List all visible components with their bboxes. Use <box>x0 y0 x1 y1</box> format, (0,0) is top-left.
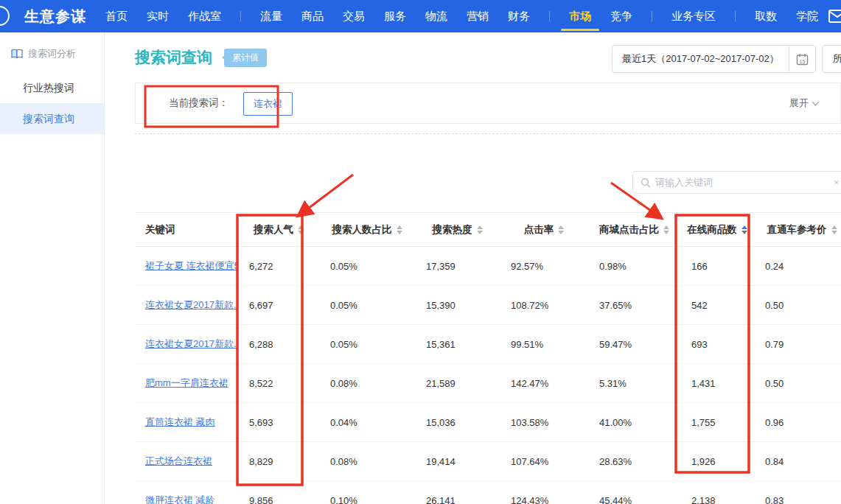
sort-icon[interactable] <box>663 225 669 234</box>
col-header-click-rate[interactable]: 点击率 <box>500 213 588 247</box>
keyword-link[interactable]: 连衣裙女夏2017新款... <box>145 299 238 310</box>
sidebar: 搜索词分析 行业热搜词 搜索词查询 <box>0 32 105 504</box>
table-row: 直筒连衣裙 藏肉5,6930.04%15,036103.58%41.00%1,7… <box>135 403 841 442</box>
nav-item-realtime[interactable]: 实时 <box>147 0 169 32</box>
data-cell: 0.24 <box>754 247 841 286</box>
sidebar-item-industry-hot-words[interactable]: 行业热搜词 <box>0 72 104 103</box>
sidebar-item-search-word-query[interactable]: 搜索词查询 <box>0 103 104 134</box>
chevron-down-icon <box>812 101 820 106</box>
data-cell: 542 <box>680 286 754 325</box>
keyword-link[interactable]: 直筒连衣裙 藏肉 <box>145 416 215 427</box>
data-cell: 124.43% <box>500 481 588 504</box>
keyword-link[interactable]: 正式场合连衣裙 <box>145 455 212 466</box>
data-cell: 0.96 <box>754 403 841 442</box>
current-search-panel: 当前搜索词： 连衣裙 展开 <box>135 83 841 124</box>
cumulative-value-badge: 累计值 <box>224 49 267 67</box>
calendar-button[interactable]: 15 <box>789 45 816 73</box>
nav-item-market[interactable]: 市场 <box>569 0 591 32</box>
table-body: 裙子女夏 连衣裙便宜5...6,2720.05%17,35992.57%0.98… <box>135 247 841 504</box>
col-header-mall-click-ratio[interactable]: 商城点击占比 <box>588 213 680 247</box>
data-cell: 1,926 <box>680 442 754 481</box>
table-row: 肥mm一字肩连衣裙8,5220.08%21,589142.47%5.31%1,4… <box>135 364 841 403</box>
search-icon <box>641 178 651 188</box>
nav-item-home[interactable]: 首页 <box>105 0 128 32</box>
col-header-ztc-ref-price[interactable]: 直通车参考价 <box>754 213 841 247</box>
nav-item-goods[interactable]: 商品 <box>301 0 324 32</box>
sidebar-section-label: 搜索词分析 <box>28 47 76 60</box>
data-cell: 0.05% <box>319 286 415 325</box>
data-cell: 92.57% <box>500 247 588 286</box>
book-icon <box>11 49 23 59</box>
keyword-link[interactable]: 裙子女夏 连衣裙便宜5... <box>145 260 238 271</box>
nav-item-logistics[interactable]: 物流 <box>425 0 447 32</box>
sidebar-section-header: 搜索词分析 <box>0 32 104 72</box>
data-cell: 1,755 <box>680 403 754 442</box>
data-cell: 1,431 <box>680 364 754 403</box>
data-cell: 0.50 <box>754 364 841 403</box>
keyword-link[interactable]: 肥mm一字肩连衣裙 <box>145 377 228 388</box>
col-header-online-products[interactable]: 在线商品数 <box>680 213 754 247</box>
data-cell: 0.08% <box>319 364 415 403</box>
data-cell: 0.10% <box>319 481 415 504</box>
data-cell: 15,361 <box>415 325 500 364</box>
data-cell: 8,522 <box>238 364 319 403</box>
keyword-cell: 连衣裙女夏2017新款... <box>135 325 238 364</box>
sort-icon[interactable] <box>477 225 483 234</box>
data-cell: 0.84 <box>754 442 841 481</box>
clear-search-icon[interactable]: × <box>834 177 840 188</box>
data-cell: 5.31% <box>588 364 680 403</box>
keyword-link[interactable]: 连衣裙女夏2017新款... <box>145 338 238 349</box>
table-row: 微胖连衣裙 减龄9,8560.10%26,141124.43%45.44%2,1… <box>135 481 841 504</box>
mail-icon[interactable] <box>828 10 841 23</box>
data-cell: 6,288 <box>238 325 319 364</box>
brand-title: 生意参谋 <box>24 0 86 32</box>
data-cell: 107.64% <box>500 442 588 481</box>
page-title: 搜索词查询 <box>135 47 212 68</box>
nav-item-traffic[interactable]: 流量 <box>260 0 282 32</box>
nav-divider <box>240 11 241 21</box>
col-header-searcher-ratio[interactable]: 搜索人数占比 <box>319 213 415 247</box>
sort-icon[interactable] <box>558 225 564 234</box>
data-cell: 0.79 <box>754 325 841 364</box>
data-cell: 0.98% <box>588 247 680 286</box>
data-cell: 0.50 <box>754 286 841 325</box>
sort-icon[interactable] <box>397 225 402 234</box>
table-row: 裙子女夏 连衣裙便宜5...6,2720.05%17,35992.57%0.98… <box>135 247 841 286</box>
terminal-selector[interactable]: 所有终端 <box>822 45 841 73</box>
keyword-link[interactable]: 微胖连衣裙 减龄 <box>145 494 215 504</box>
data-cell: 15,390 <box>415 286 500 325</box>
sort-icon[interactable] <box>298 225 304 234</box>
data-cell: 108.72% <box>500 286 588 325</box>
nav-item-biz-zone[interactable]: 业务专区 <box>671 0 716 32</box>
data-cell: 21,589 <box>415 364 500 403</box>
nav-item-service[interactable]: 服务 <box>384 0 406 32</box>
nav-item-marketing[interactable]: 营销 <box>467 0 489 32</box>
search-words-table: 关键词 搜索人气 搜索人数占比 搜索热度 点击率 商城点击占比 在线商品数 直通… <box>135 212 841 504</box>
brand-logo-icon <box>0 6 10 26</box>
col-header-search-popularity[interactable]: 搜索人气 <box>238 213 319 247</box>
col-header-keyword: 关键词 <box>135 213 238 247</box>
date-range-selector[interactable]: 最近1天（2017-07-02~2017-07-02） <box>612 45 789 73</box>
col-header-search-heat[interactable]: 搜索热度 <box>415 213 500 247</box>
sort-icon[interactable] <box>741 225 747 234</box>
nav-item-data[interactable]: 取数 <box>755 0 777 32</box>
data-cell: 6,697 <box>238 286 319 325</box>
nav-item-finance[interactable]: 财务 <box>508 0 530 32</box>
nav-item-war-room[interactable]: 作战室 <box>188 0 221 32</box>
data-cell: 693 <box>680 325 754 364</box>
data-cell: 15,036 <box>415 403 500 442</box>
data-cell: 2,138 <box>680 481 754 504</box>
nav-item-academy[interactable]: 学院 <box>796 0 818 32</box>
nav-item-compete[interactable]: 竞争 <box>610 0 632 32</box>
data-cell: 0.05% <box>319 247 415 286</box>
nav-divider <box>652 11 652 21</box>
keyword-search-input[interactable]: 请输入关键词 × <box>632 171 841 194</box>
nav-item-trade[interactable]: 交易 <box>343 0 365 32</box>
data-cell: 0.04% <box>319 403 415 442</box>
data-cell: 59.47% <box>588 325 680 364</box>
current-keyword-tag[interactable]: 连衣裙 <box>243 92 293 116</box>
sort-icon[interactable] <box>831 225 837 234</box>
calendar-icon: 15 <box>796 53 809 66</box>
data-cell: 103.58% <box>500 403 588 442</box>
expand-link[interactable]: 展开 <box>789 83 820 123</box>
